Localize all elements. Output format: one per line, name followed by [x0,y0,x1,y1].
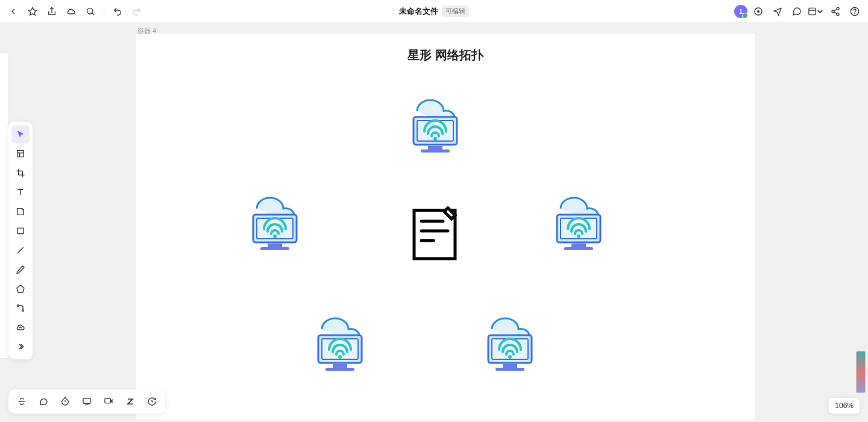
svg-rect-31 [268,244,282,247]
left-toolbar [8,122,33,359]
insert-tool[interactable] [11,318,30,336]
svg-line-59 [17,247,23,253]
center-hub-node[interactable] [410,204,459,262]
help-button[interactable] [846,3,863,20]
svg-point-48 [508,355,512,359]
svg-line-12 [834,12,837,14]
user-avatar[interactable]: 1 [734,5,747,18]
svg-rect-6 [809,8,816,14]
svg-point-9 [832,10,834,13]
svg-point-2 [87,8,93,13]
layout-button[interactable] [808,3,825,20]
chat-tool[interactable] [35,393,52,410]
comment-button[interactable] [788,3,805,20]
record-button[interactable] [750,3,767,20]
svg-rect-46 [503,364,517,368]
computer-node-top[interactable] [399,93,471,159]
svg-point-28 [433,137,437,140]
line-tool[interactable] [11,241,30,259]
share-button[interactable] [827,3,844,20]
crop-tool[interactable] [11,164,30,182]
strikethrough-tool[interactable] [13,393,30,410]
svg-rect-68 [105,398,110,403]
svg-point-61 [17,305,19,307]
svg-point-10 [837,13,839,15]
connector-tool[interactable] [11,299,30,317]
page-edge [0,53,8,358]
svg-rect-42 [326,368,354,371]
refresh-tool[interactable] [143,393,160,410]
cloud-button[interactable] [63,3,80,20]
svg-rect-58 [17,228,23,233]
topbar-center: 未命名文件 可编辑 [399,5,469,17]
text-tool[interactable] [11,183,30,201]
broadcast-button[interactable] [769,3,786,20]
timer-tool[interactable] [57,393,74,410]
svg-line-11 [834,9,837,11]
computer-node-right[interactable] [542,191,615,257]
doc-title[interactable]: 未命名文件 [399,6,438,17]
diagram [136,34,755,420]
undo-button[interactable] [109,3,126,20]
export-button[interactable] [43,3,60,20]
svg-point-5 [758,10,760,12]
svg-rect-27 [421,150,450,153]
svg-rect-49 [17,151,24,157]
svg-rect-32 [260,247,289,250]
svg-rect-26 [428,146,442,150]
svg-rect-36 [571,244,586,247]
present-tool[interactable] [100,393,117,410]
z-tool[interactable] [122,393,139,410]
svg-rect-41 [333,364,347,368]
svg-rect-67 [83,398,90,404]
topbar-left [5,3,145,20]
shape-tool[interactable] [11,222,30,240]
select-tool[interactable] [11,125,30,143]
svg-point-43 [338,355,342,359]
svg-line-71 [152,402,153,402]
mini-thumbnail[interactable] [856,351,866,393]
svg-point-38 [577,235,580,238]
redo-button[interactable] [128,3,145,20]
search-button[interactable] [82,3,99,20]
svg-point-62 [22,310,24,312]
computer-node-bottom-right[interactable] [474,311,546,377]
comment-tool[interactable] [78,393,95,410]
svg-point-8 [837,7,839,10]
pen-tool[interactable] [11,260,30,279]
svg-marker-60 [17,285,24,292]
topbar: 未命名文件 可编辑 1 [0,0,868,23]
topbar-right: 1 [734,3,863,20]
canvas-area[interactable]: 容器 4 星形 网络拓扑 [0,23,868,422]
svg-point-33 [273,235,277,238]
back-button[interactable] [5,3,22,20]
canvas-frame[interactable]: 星形 网络拓扑 [136,34,755,420]
svg-point-14 [855,13,855,14]
svg-line-3 [92,13,94,15]
svg-rect-47 [495,368,524,371]
svg-rect-37 [564,247,593,250]
editable-badge: 可编辑 [442,5,469,17]
divider [104,6,104,17]
connection-lines [136,34,317,124]
note-tool[interactable] [11,203,30,221]
bottom-toolbar [8,389,165,414]
computer-node-left[interactable] [239,191,311,257]
zoom-indicator[interactable]: 106% [829,398,860,414]
frame-tool[interactable] [11,145,30,163]
svg-marker-0 [28,7,36,15]
computer-node-bottom-left[interactable] [304,311,376,377]
polygon-tool[interactable] [11,280,30,298]
more-tools[interactable] [11,338,30,356]
favorite-button[interactable] [24,3,41,20]
